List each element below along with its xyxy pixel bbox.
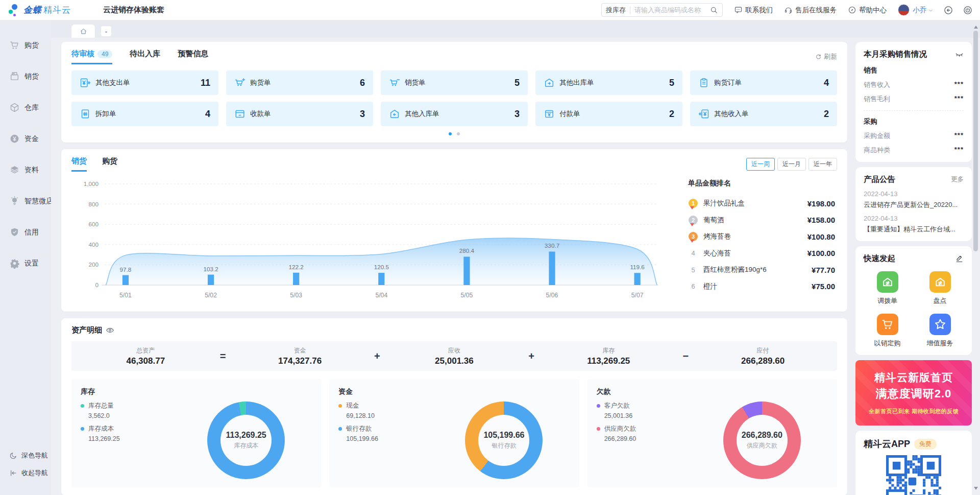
range-last-year-button[interactable]: 近一年 xyxy=(808,158,837,171)
todo-card-other-expense[interactable]: 其他支出单 11 xyxy=(71,70,218,95)
sidebar-item-credit[interactable]: 信用 xyxy=(0,217,51,248)
search-icon[interactable] xyxy=(709,6,718,14)
survey-banner[interactable]: 精斗云新版首页 满意度调研2.0 全新首页已到来 期待收到您的反馈 xyxy=(855,360,972,426)
cart-minus-icon xyxy=(389,77,400,88)
svg-text:5/05: 5/05 xyxy=(461,292,473,299)
asset-donut-chart: 266,289.60 供应商欠款 xyxy=(723,402,801,479)
range-last-month-button[interactable]: 近一月 xyxy=(777,158,806,171)
scroll-up-arrow[interactable] xyxy=(974,23,978,29)
search-scope-label[interactable]: 搜库存 xyxy=(606,6,626,15)
page-tabstrip xyxy=(51,20,980,38)
refresh-button[interactable]: 刷新 xyxy=(815,52,837,61)
todo-card-sales-order[interactable]: 销货单 5 xyxy=(381,70,528,95)
asset-donut-chart: 105,199.66 银行存款 xyxy=(465,402,543,479)
avatar[interactable] xyxy=(898,4,910,16)
todo-card-disassembly[interactable]: 拆卸单 4 xyxy=(71,102,218,126)
tab-pending-stock-io[interactable]: 待出入库 xyxy=(130,49,160,64)
svg-text:200: 200 xyxy=(88,262,99,268)
eye-closed-icon[interactable] xyxy=(955,50,964,59)
ranking-row[interactable]: 4 夹心海苔 ¥100.00 xyxy=(688,245,835,262)
sidebar-item-funds[interactable]: 资金 xyxy=(0,123,51,154)
tab-pending-approval[interactable]: 待审核 49 xyxy=(71,49,112,64)
sidebar-item-settings[interactable]: 设置 xyxy=(0,248,51,279)
todo-card-other-inbound[interactable]: 其他入库单 3 xyxy=(381,102,528,126)
home-tab[interactable] xyxy=(71,25,95,38)
sidebar-item-warehouse[interactable]: 仓库 xyxy=(0,92,51,123)
collapse-nav-button[interactable]: 收起导航 xyxy=(0,464,51,482)
ranking-row[interactable]: 6 橙汁 ¥75.00 xyxy=(688,278,835,295)
username[interactable]: 小乔 xyxy=(913,6,926,15)
sidebar-item-sales[interactable]: 销货 xyxy=(0,61,51,92)
page-scrollbar[interactable] xyxy=(973,22,979,493)
ranking-row[interactable]: 5 西红柿意粉酱190g*6 ¥77.70 xyxy=(688,262,835,278)
legend-label: 银行存款 xyxy=(346,425,378,433)
quick-action-purchase-by-sales[interactable]: 以销定购 xyxy=(874,314,901,348)
todo-card-purchase-order[interactable]: 购货单 6 xyxy=(226,70,373,95)
asset-panel-title: 欠款 xyxy=(597,387,828,396)
quick-action-transfer-order[interactable]: 调拨单 xyxy=(877,271,898,305)
scrollbar-thumb[interactable] xyxy=(973,31,978,251)
quick-launch-card: 快速发起 调拨单 盘点 以销定购 增值服务 xyxy=(855,246,972,355)
inventory-search[interactable]: 搜库存 xyxy=(601,3,723,17)
ranking-row[interactable]: 1 果汁饮品礼盒 ¥198.00 xyxy=(688,195,835,212)
scroll-down-arrow[interactable] xyxy=(974,487,978,492)
tab-list-dropdown[interactable] xyxy=(101,26,111,36)
svg-text:5/02: 5/02 xyxy=(205,292,217,299)
ranking-row[interactable]: 2 葡萄酒 ¥158.00 xyxy=(688,212,835,229)
rank-badge: 2 xyxy=(689,216,698,225)
range-last-week-button[interactable]: 近一周 xyxy=(746,158,775,171)
banner-line2: 满意度调研2.0 xyxy=(876,386,952,402)
help-center-link[interactable]: 帮助中心 xyxy=(848,6,887,15)
todo-card-other-income[interactable]: 其他收入单 2 xyxy=(690,102,837,126)
announcements-more-link[interactable]: 更多 xyxy=(951,175,964,184)
announcement-item[interactable]: 2022-04-13 【重要通知】精斗云工作台域... xyxy=(864,215,964,234)
order-icon xyxy=(698,77,709,88)
svg-text:5/04: 5/04 xyxy=(375,292,387,299)
asset-panel-funds: 资金 现金69,128.10银行存款105,199.66 105,199.66 … xyxy=(329,379,579,487)
todo-card-payment[interactable]: 付款单 2 xyxy=(535,102,682,126)
asset-legend: 客户欠款25,001.36供应商欠款266,289.60 xyxy=(597,402,696,479)
todo-card-other-outbound[interactable]: 其他出库单 5 xyxy=(535,70,682,95)
after-sales-service-link[interactable]: 售后在线服务 xyxy=(784,6,837,15)
sidebar-item-smart-store[interactable]: 智慧微店 xyxy=(0,185,51,217)
legend-dot xyxy=(597,404,600,408)
chevron-down-icon[interactable] xyxy=(927,7,934,13)
legend-dot xyxy=(81,427,84,431)
ranking-row[interactable]: 3 烤海苔卷 ¥100.80 xyxy=(688,228,835,245)
sales-trend-svg: 02004006008001,00097.85/01103.25/02122.2… xyxy=(71,177,675,305)
asset-panels: 库存 库存总量3,562.0库存成本113,269.25 113,269.25 … xyxy=(71,379,837,487)
search-input[interactable] xyxy=(634,6,709,14)
eye-icon[interactable] xyxy=(106,326,114,335)
kingdee-logo[interactable]: 金蝶 精斗云 xyxy=(7,3,94,17)
shield-icon xyxy=(9,227,20,238)
cart-icon xyxy=(9,40,20,51)
dark-nav-toggle[interactable]: 深色导航 xyxy=(0,447,51,464)
house-swap-icon xyxy=(929,271,951,293)
legend-value: 113,269.25 xyxy=(88,435,120,442)
back-to-old-version-button[interactable] xyxy=(943,5,953,15)
donut-center-value: 105,199.66 xyxy=(483,431,524,440)
sidebar-footer: 深色导航 收起导航 xyxy=(0,447,51,495)
pagination-dot-1[interactable] xyxy=(449,132,452,135)
todo-card-purchase-request[interactable]: 购货订单 4 xyxy=(690,70,837,95)
sidebar-item-purchase[interactable]: 购货 xyxy=(0,30,51,61)
pagination-dot-2[interactable] xyxy=(457,132,460,135)
quick-action-value-added[interactable]: 增值服务 xyxy=(927,314,953,348)
announcement-item[interactable]: 2022-04-13 云进销存产品更新公告_20220... xyxy=(864,190,964,209)
app-qr-code xyxy=(886,455,941,495)
monthly-summary-card: 本月采购销售情况 销售 销售收入 *** 销售毛利 *** xyxy=(855,42,972,162)
sidebar-item-data[interactable]: 资料 xyxy=(0,154,51,185)
tab-warning-info[interactable]: 预警信息 xyxy=(178,49,208,64)
contact-us-link[interactable]: 联系我们 xyxy=(734,6,773,15)
banner-line3: 全新首页已到来 期待收到您的反馈 xyxy=(869,408,959,415)
quick-action-stocktake[interactable]: 盘点 xyxy=(929,271,951,305)
edit-icon[interactable] xyxy=(955,254,964,263)
todo-card-receipt[interactable]: 收款单 3 xyxy=(226,102,373,126)
asset-legend: 库存总量3,562.0库存成本113,269.25 xyxy=(81,402,180,479)
formula-payable: 应付 266,289.60 xyxy=(732,346,794,366)
tab-purchase[interactable]: 购货 xyxy=(102,156,117,172)
logout-button[interactable] xyxy=(963,5,973,15)
purchase-group-title: 采购 xyxy=(864,117,964,126)
formula-inventory: 库存 113,269.25 xyxy=(578,346,639,366)
tab-sales[interactable]: 销货 xyxy=(71,156,87,172)
